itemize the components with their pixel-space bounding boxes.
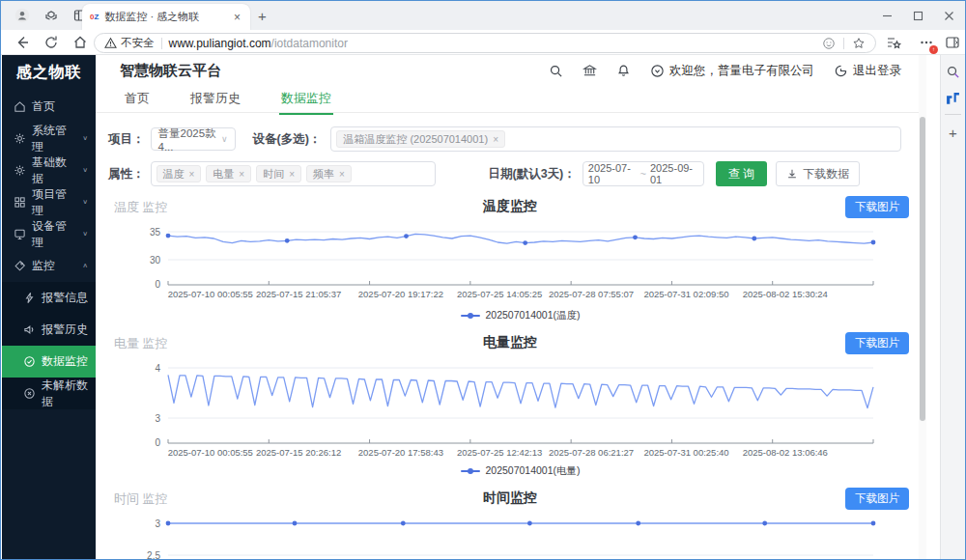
chart-plot: 4302025-07-10 00:05:552025-07-15 20:26:1…: [108, 356, 912, 464]
download-image-button[interactable]: 下载图片: [845, 332, 909, 354]
svg-text:2025-07-25 14:05:25: 2025-07-25 14:05:25: [457, 289, 542, 299]
sidebar-item[interactable]: 系统管理∨: [2, 123, 96, 154]
date-range-input[interactable]: 2025-07-10~2025-09-01: [582, 161, 704, 186]
svg-text:2025-07-10 00:05:55: 2025-07-10 00:05:55: [168, 289, 253, 299]
tab-title: 数据监控 · 感之物联: [104, 10, 226, 24]
query-button[interactable]: 查 询: [716, 161, 767, 186]
collections-icon[interactable]: [886, 35, 901, 50]
alarm-info-icon: [23, 292, 36, 304]
feedback-smiley-icon[interactable]: [822, 37, 836, 50]
home-icon[interactable]: [72, 35, 88, 50]
chart-plot: 32.5: [108, 512, 912, 560]
filter-tag[interactable]: 温箱温度监控 (202507014001)×: [336, 130, 505, 148]
attr-multiselect[interactable]: 温度×电量×时间×频率×: [151, 161, 436, 186]
svg-text:2025-07-28 06:21:27: 2025-07-28 06:21:27: [549, 447, 634, 458]
project-select[interactable]: 普量2025款4...∨: [151, 127, 236, 151]
window-minimize-button[interactable]: [878, 7, 895, 24]
back-icon[interactable]: [14, 35, 30, 50]
filter-tag[interactable]: 时间×: [256, 165, 301, 182]
browser-tab[interactable]: 0Z 数据监控 · 感之物联 ×: [82, 4, 250, 30]
tab-home[interactable]: 首页: [123, 87, 152, 113]
sidebar-item[interactable]: 报警信息: [2, 282, 96, 314]
sidebar-item[interactable]: 监控∧: [2, 250, 96, 282]
chart-title: 时间监控: [108, 490, 912, 507]
content-area: 项目： 普量2025款4...∨ 设备(多选)： 温箱温度监控 (2025070…: [96, 113, 919, 560]
tab-close-icon[interactable]: ×: [232, 11, 242, 24]
device-multiselect[interactable]: 温箱温度监控 (202507014001)×: [330, 126, 901, 152]
chart-legend[interactable]: 202507014001(电量): [168, 464, 873, 478]
filter-tag[interactable]: 温度×: [156, 165, 202, 182]
security-warning[interactable]: 不安全: [104, 36, 155, 50]
legend-label: 202507014001(温度): [485, 309, 580, 322]
attr-label: 属性：: [108, 166, 145, 182]
download-data-button[interactable]: 下载数据: [776, 161, 860, 186]
sidebar-toggle-icon[interactable]: [945, 35, 960, 50]
app-header: 智慧物联云平台 欢迎您，普量电子有限公司 退出登录: [96, 55, 919, 87]
svg-text:2025-08-02 13:06:46: 2025-08-02 13:06:46: [743, 447, 828, 458]
url-text[interactable]: www.puliangiot.com/iotdatamonitor: [169, 37, 348, 50]
rail-app-icon[interactable]: [946, 92, 960, 106]
download-icon: [786, 168, 798, 180]
security-label: 不安全: [121, 36, 155, 50]
sidebar-item[interactable]: 未解析数据: [2, 378, 96, 409]
sidebar-item[interactable]: 报警历史: [2, 314, 96, 346]
legend-marker-icon: [461, 315, 480, 317]
legend-marker-icon: [461, 470, 480, 472]
tab-data-monitor[interactable]: 数据监控: [279, 87, 333, 115]
divider: [161, 38, 162, 49]
sidebar-item[interactable]: 数据监控: [2, 346, 96, 378]
tab-alarm-history[interactable]: 报警历史: [188, 87, 242, 113]
svg-text:0: 0: [155, 437, 160, 448]
sidebar-item-label: 报警历史: [42, 322, 88, 338]
filter-tag[interactable]: 电量×: [206, 165, 251, 182]
tag-close-icon[interactable]: ×: [189, 169, 195, 180]
download-image-button[interactable]: 下载图片: [845, 488, 909, 510]
refresh-icon[interactable]: [43, 35, 59, 50]
svg-text:2025-07-25 12:42:13: 2025-07-25 12:42:13: [457, 447, 542, 458]
notification-bell-icon[interactable]: [616, 64, 631, 78]
rail-search-icon[interactable]: [946, 65, 960, 79]
tag-close-icon[interactable]: ×: [493, 134, 498, 145]
chart-section: 时间 监控时间监控下载图片32.5: [108, 488, 912, 560]
page-title: 智慧物联云平台: [120, 62, 221, 80]
rail-add-button[interactable]: +: [946, 125, 960, 139]
logout-icon: [834, 64, 848, 78]
logout-button[interactable]: 退出登录: [834, 63, 901, 79]
device-icon: [14, 228, 26, 240]
organization-icon[interactable]: [582, 64, 597, 78]
sidebar-item[interactable]: 设备管理∨: [2, 218, 96, 250]
url-bar[interactable]: 不安全 www.puliangiot.com/iotdatamonitor: [94, 33, 876, 53]
download-image-button[interactable]: 下载图片: [845, 196, 909, 218]
window-close-button[interactable]: [940, 7, 957, 24]
chart-canvas: 32.5: [108, 512, 891, 560]
svg-text:35: 35: [150, 227, 161, 238]
svg-text:2025-07-31 02:09:50: 2025-07-31 02:09:50: [643, 289, 728, 299]
sidebar-item[interactable]: 项目管理∨: [2, 186, 96, 218]
sidebar-item[interactable]: 基础数据∨: [2, 154, 96, 186]
site-favicon: 0Z: [90, 13, 99, 22]
tag-close-icon[interactable]: ×: [289, 169, 295, 180]
page-scrollbar[interactable]: [919, 55, 926, 560]
favorite-star-icon[interactable]: [852, 37, 866, 50]
filter-tag[interactable]: 频率×: [306, 165, 352, 182]
settings-menu-icon[interactable]: ↑: [919, 35, 934, 50]
project-label: 项目：: [108, 131, 145, 148]
chart-legend[interactable]: 202507014001(温度): [168, 309, 873, 322]
sidebar-item-label: 未解析数据: [42, 378, 96, 410]
new-tab-button[interactable]: +: [258, 8, 267, 24]
chart-section: 温度 监控温度监控下载图片353002025-07-10 00:05:55202…: [108, 196, 912, 322]
workspaces-icon[interactable]: [43, 8, 59, 23]
svg-text:3: 3: [155, 413, 160, 424]
home-icon: [14, 100, 26, 113]
sidebar-item-label: 设备管理: [32, 218, 76, 251]
window-maximize-button[interactable]: [909, 7, 926, 24]
scrollbar-thumb[interactable]: [920, 117, 925, 421]
welcome-user[interactable]: 欢迎您，普量电子有限公司: [650, 63, 814, 79]
sidebar-item[interactable]: 首页: [2, 91, 96, 123]
chart-title: 温度监控: [108, 198, 912, 215]
profile-avatar-icon[interactable]: [14, 8, 30, 23]
tag-close-icon[interactable]: ×: [239, 169, 244, 180]
sidebar-item-label: 报警信息: [42, 290, 88, 306]
tag-close-icon[interactable]: ×: [339, 169, 345, 180]
search-icon[interactable]: [549, 64, 563, 78]
